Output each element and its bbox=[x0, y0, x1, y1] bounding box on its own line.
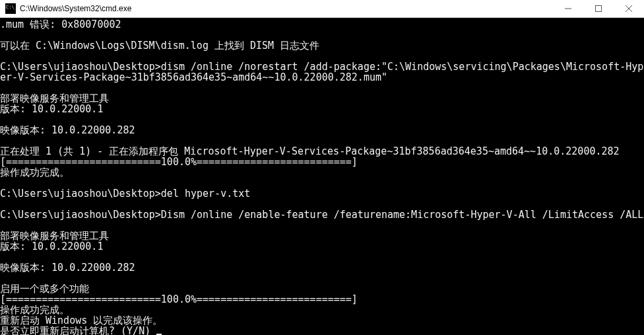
terminal-line bbox=[0, 51, 644, 61]
terminal-line: 正在处理 1 (共 1) - 正在添加程序包 Microsoft-Hyper-V… bbox=[0, 146, 644, 157]
terminal-line: 启用一个或多个功能 bbox=[0, 283, 644, 294]
terminal-line: 映像版本: 10.0.22000.282 bbox=[0, 262, 644, 273]
window-controls bbox=[553, 0, 644, 17]
minimize-button[interactable] bbox=[553, 0, 583, 17]
terminal-line: [==========================100.0%=======… bbox=[0, 157, 644, 167]
terminal-output[interactable]: .mum 错误: 0x80070002可以在 C:\Windows\Logs\D… bbox=[0, 18, 644, 335]
terminal-line: 版本: 10.0.22000.1 bbox=[0, 104, 644, 114]
terminal-line: 部署映像服务和管理工具 bbox=[0, 93, 644, 104]
terminal-line: C:\Users\ujiaoshou\Desktop>del hyper-v.t… bbox=[0, 188, 644, 199]
terminal-line: C:\Users\ujiaoshou\Desktop>dism /online … bbox=[0, 61, 644, 83]
terminal-line: 操作成功完成。 bbox=[0, 305, 644, 315]
terminal-line: 映像版本: 10.0.22000.282 bbox=[0, 125, 644, 135]
terminal-line: 版本: 10.0.22000.1 bbox=[0, 241, 644, 252]
terminal-line bbox=[0, 114, 644, 125]
terminal-line: .mum 错误: 0x80070002 bbox=[0, 19, 644, 30]
terminal-line bbox=[0, 220, 644, 231]
terminal-line bbox=[0, 199, 644, 209]
titlebar[interactable]: C:\Windows\System32\cmd.exe bbox=[0, 0, 644, 18]
svg-rect-1 bbox=[596, 6, 602, 12]
close-button[interactable] bbox=[614, 0, 644, 17]
terminal-line: C:\Users\ujiaoshou\Desktop>Dism /online … bbox=[0, 209, 644, 220]
terminal-line bbox=[0, 135, 644, 146]
terminal-line: 可以在 C:\Windows\Logs\DISM\dism.log 上找到 DI… bbox=[0, 40, 644, 51]
terminal-line: 操作成功完成。 bbox=[0, 167, 644, 178]
terminal-line: 重新启动 Windows 以完成该操作。 bbox=[0, 315, 644, 326]
terminal-line bbox=[0, 273, 644, 283]
terminal-line bbox=[0, 252, 644, 262]
terminal-line: [==========================100.0%=======… bbox=[0, 294, 644, 305]
terminal-line bbox=[0, 178, 644, 188]
terminal-line bbox=[0, 30, 644, 40]
terminal-line bbox=[0, 83, 644, 93]
cmd-icon bbox=[5, 3, 16, 14]
window-title: C:\Windows\System32\cmd.exe bbox=[20, 4, 553, 13]
terminal-line: 是否立即重新启动计算机? (Y/N) bbox=[0, 326, 644, 335]
terminal-line: 部署映像服务和管理工具 bbox=[0, 231, 644, 241]
maximize-button[interactable] bbox=[583, 0, 614, 17]
